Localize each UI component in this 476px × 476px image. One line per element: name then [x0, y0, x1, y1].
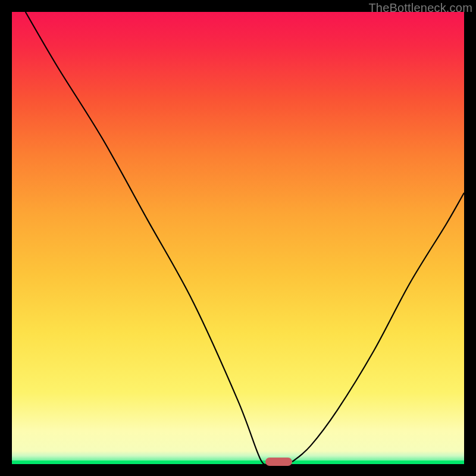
right-branch-path	[292, 193, 464, 462]
curve-layer	[12, 12, 464, 464]
min-marker	[265, 458, 293, 466]
left-branch-path	[26, 12, 270, 465]
chart-stage: TheBottleneck.com	[0, 0, 476, 476]
